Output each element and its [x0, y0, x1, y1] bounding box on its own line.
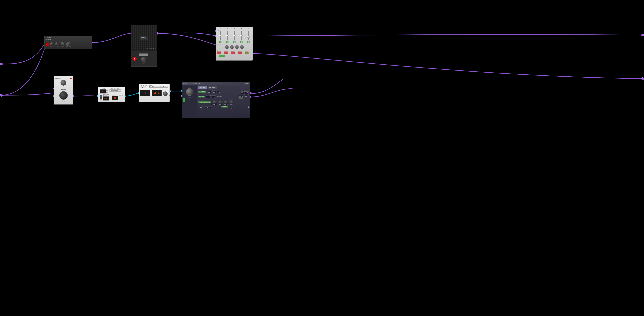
- mod-octave-brand: MOD: [62, 101, 65, 102]
- mod-octave-main-knob[interactable]: [59, 91, 68, 100]
- calf-tabs: Audio Path Modulation: [198, 86, 249, 88]
- mixer-level-indicators: [217, 41, 252, 43]
- calf-osc2-square-btn[interactable]: + Square: [198, 96, 205, 98]
- mod-badge: MOD: [140, 36, 148, 40]
- mixer-knob-ch2[interactable]: [230, 45, 234, 49]
- mindi-value-display: 00: [112, 96, 118, 100]
- mixer-btn-1[interactable]: [217, 52, 221, 54]
- mindi-notecc-display: 00: [103, 96, 109, 100]
- calf-legato-label: Legato Mode: [230, 107, 237, 108]
- knob-treble[interactable]: [61, 42, 64, 45]
- calf-transpose-val: 2.00: [212, 96, 216, 98]
- calf-sep-knob[interactable]: [224, 100, 227, 104]
- knob-metle-label: METLE: [55, 46, 58, 47]
- mindi-brand: mindi: [119, 94, 123, 96]
- mindi-channel-up[interactable]: ▲: [106, 90, 108, 92]
- midi-cc-knob[interactable]: [163, 92, 168, 96]
- mixer-a-label: A: [217, 50, 252, 51]
- calf-ssa-bar2: [184, 98, 185, 102]
- mod-octave-label: Octave: [61, 88, 66, 90]
- calf-cutoff-val: 33.04 Hz: [211, 104, 217, 105]
- mindi-msgtype-dropdown[interactable]: Control Change: [109, 90, 121, 92]
- mixer-ch3-label: 3: [232, 28, 237, 30]
- midi-cc-param-label: CC PARAMETER: [141, 88, 149, 90]
- calf-detune-label: Detune: [217, 90, 220, 91]
- calf-portamento-val: 1.00 ms: [206, 107, 210, 108]
- mindi-notecc-label: NOTE/CC/PB NUMBER: [103, 94, 111, 96]
- mixer-btn-4[interactable]: [238, 52, 242, 54]
- svg-point-3: [642, 78, 644, 80]
- midi-cc-header: MIDI CHANNEL Any MODE key + CC value, fi…: [140, 85, 168, 88]
- calf-keyfol-val: 6.00: [230, 104, 233, 105]
- mixer-fader-ch2[interactable]: [227, 31, 228, 40]
- mixer-btn-m[interactable]: [245, 52, 248, 54]
- calf-onoff-btn[interactable]: On/Off: [244, 83, 249, 84]
- midi-cc-title-section: MIDI CC to Note: [169, 90, 173, 96]
- calf-resonance-param: Resonance 3.00: [218, 99, 223, 105]
- mindi-top-row: CHANNEL 0 ▲ ▼ MESSAGE TYPE Control Chang…: [100, 88, 123, 94]
- mod-octave-sensitivity-label: Sensitivity: [55, 78, 61, 79]
- midi-cc-displays-row: CC PARAMETER 10 KEY (NOTE) 48 MIDI CC to…: [140, 88, 168, 96]
- calf-phase-select: + IP ▼: [238, 97, 249, 99]
- knob-bass[interactable]: [50, 42, 53, 45]
- scale-max: 333: [70, 86, 72, 88]
- ir-gain-knob[interactable]: [141, 57, 146, 62]
- midi-mode-val[interactable]: key + CC value, fixed velocity (8 b.): [149, 86, 168, 88]
- knob-metle[interactable]: [55, 42, 58, 45]
- knob-volume[interactable]: [66, 42, 70, 46]
- mixer-smooth-label: Smooth: [217, 44, 252, 45]
- calf-osc2-params: Sep. 0.00 st Phase mode 0.00: [238, 94, 249, 97]
- calf-volume-knob[interactable]: [186, 88, 193, 96]
- calf-rectify-btn[interactable]: + Rectify: [221, 106, 228, 108]
- calf-pw2-param: Pulse width 0.00: [206, 95, 211, 98]
- calf-filter-btn[interactable]: + 24dB/oct Lowpass: [198, 101, 210, 103]
- calf-transpose-param: Transpose 2.00: [211, 95, 216, 98]
- calf-ssa-label: SSA: [183, 97, 196, 98]
- mixer-fader-ch3[interactable]: [234, 31, 235, 40]
- calf-bottom-row: Fileter Range 200.00 nt Portamento 1.00 …: [198, 106, 249, 108]
- midi-cc-title: MIDI CC to Note: [169, 90, 173, 96]
- mixer-knob-ch1[interactable]: [225, 45, 229, 49]
- calf-resonance-knob[interactable]: [218, 100, 222, 104]
- calf-ssa-section: SSA: [183, 97, 196, 102]
- mixer-fader-ch4[interactable]: [241, 31, 242, 40]
- calf-osc1-row: + Sawtooth Pulse width 0.50 Window 0.00 …: [198, 90, 249, 94]
- mindi-channel-down[interactable]: ▼: [106, 92, 108, 93]
- svg-point-1: [0, 94, 2, 96]
- calf-cutoff-knob[interactable]: [212, 100, 216, 104]
- ir-loader-label: IR LOADER: [145, 47, 157, 50]
- mindi-msgtype-col: MESSAGE TYPE Control Change: [109, 88, 121, 92]
- midi-cc-param-section: CC PARAMETER 10: [140, 88, 150, 96]
- calf-tab-audiopath[interactable]: Audio Path: [198, 86, 207, 88]
- calf-osc1-sawtooth-btn[interactable]: + Sawtooth: [198, 91, 206, 93]
- calf-pw-label: Pulse width: [206, 90, 212, 91]
- mixer-knob-ch4[interactable]: [240, 45, 244, 49]
- midi-channel-val[interactable]: Any: [140, 86, 146, 88]
- midi-key-section: KEY (NOTE) 48: [152, 88, 162, 96]
- calf-header: Global Calf Monosynth On/Off: [182, 82, 250, 86]
- calf-title: Calf Monosynth: [188, 83, 200, 84]
- guitarix-brand: Guitarix: [46, 37, 51, 38]
- calf-portamento-param: Portamento 1.00 ms: [206, 106, 210, 108]
- guitarix-title: Guitarix Alembic: [46, 37, 90, 40]
- calf-detune-param: Detune -1.00: [216, 90, 220, 93]
- calf-ssa-row: [183, 98, 196, 102]
- calf-detune-val: -1.00: [216, 92, 220, 93]
- mixer-level-label: Level: [217, 30, 252, 31]
- calf-keyfol-knob[interactable]: [230, 100, 233, 104]
- mixer-fader-chm[interactable]: [248, 31, 249, 40]
- mixer-btn-3[interactable]: [231, 52, 235, 54]
- calf-filterrange-label: Fileter Range: [198, 106, 204, 107]
- ir-loader-power-btn[interactable]: [133, 57, 136, 61]
- calf-window-param: Window 0.00: [212, 90, 216, 93]
- mixer-btn-2[interactable]: [224, 52, 228, 54]
- midi-cc-param-display: 10: [140, 90, 150, 96]
- calf-sep-val: 0.00 ct: [224, 104, 228, 105]
- mixer-fader-ch1[interactable]: [220, 31, 221, 40]
- mod-octave-sensitivity-knob[interactable]: [60, 80, 66, 86]
- mixer-knob-ch3[interactable]: [235, 45, 239, 49]
- guitarix-alembic-module: Guitarix Alembic BASS METLE TREBLE VOLUM…: [44, 36, 92, 49]
- calf-tab-modulation[interactable]: Modulation: [208, 86, 217, 88]
- calf-phase-dropdown[interactable]: + IP ▼: [238, 97, 242, 99]
- guitarix-display: [46, 43, 49, 46]
